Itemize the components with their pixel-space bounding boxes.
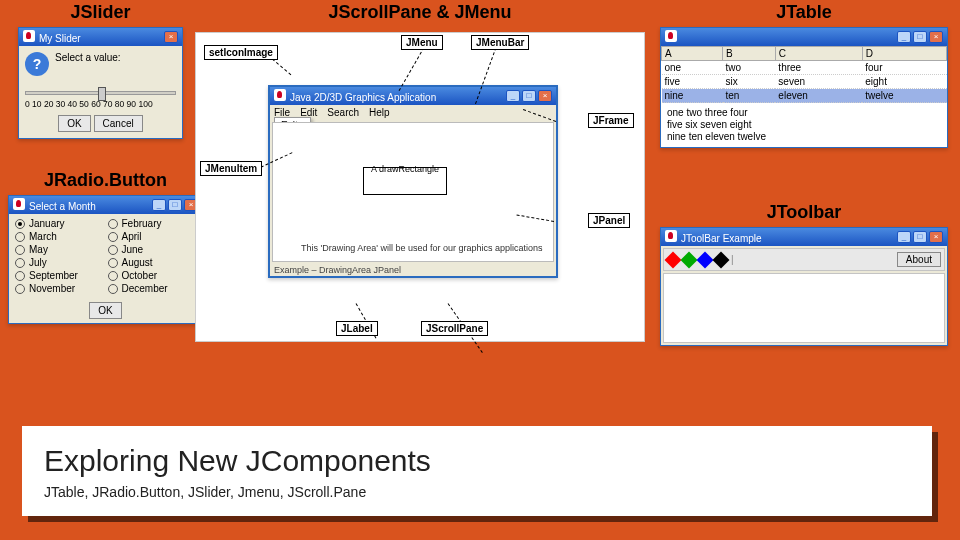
- jtoolbar-heading: JToolbar: [660, 202, 948, 223]
- toolbar-textarea[interactable]: [663, 273, 945, 343]
- radio-label: November: [29, 283, 75, 294]
- radio-october[interactable]: October: [108, 270, 197, 281]
- radio-may[interactable]: May: [15, 244, 104, 255]
- jscroll-heading: JScrollPane & JMenu: [195, 2, 645, 23]
- radio-dot-icon: [108, 232, 118, 242]
- toolbar-separator: |: [731, 254, 734, 265]
- close-icon[interactable]: ×: [929, 31, 943, 43]
- callout-jmenu: JMenu: [401, 35, 443, 50]
- callout-jscrollpane: JScrollPane: [421, 321, 488, 336]
- radio-label: February: [122, 218, 162, 229]
- java-icon: [665, 30, 677, 42]
- column-header[interactable]: B: [723, 47, 776, 61]
- table-cell: five: [662, 75, 723, 89]
- radio-label: May: [29, 244, 48, 255]
- jradio-titlebar: Select a Month _ □ ×: [9, 196, 202, 214]
- java2d-window: Java 2D/3D Graphics Application _ □ × Fi…: [268, 85, 558, 278]
- minimize-icon[interactable]: _: [897, 31, 911, 43]
- radio-label: August: [122, 257, 153, 268]
- table-cell: three: [775, 61, 862, 75]
- radio-label: March: [29, 231, 57, 242]
- radio-february[interactable]: February: [108, 218, 197, 229]
- close-icon[interactable]: ×: [538, 90, 552, 102]
- diamond-red-icon[interactable]: [665, 251, 682, 268]
- jslider-titlebar: My Slider ×: [19, 28, 182, 46]
- table-cell: eight: [862, 75, 946, 89]
- radio-label: October: [122, 270, 158, 281]
- column-header[interactable]: C: [775, 47, 862, 61]
- radio-label: December: [122, 283, 168, 294]
- callout-jpanel: JPanel: [588, 213, 630, 228]
- callout-jmenuitem: JMenuItem: [200, 161, 262, 176]
- slide-subtitle: JTable, JRadio.Button, JSlider, Jmenu, J…: [44, 484, 910, 500]
- radio-dot-icon: [108, 258, 118, 268]
- cancel-button[interactable]: Cancel: [94, 115, 143, 132]
- radio-dot-icon: [108, 245, 118, 255]
- maximize-icon[interactable]: □: [913, 231, 927, 243]
- table-row[interactable]: onetwothreefour: [662, 61, 947, 75]
- java-icon: [665, 230, 677, 242]
- radio-label: April: [122, 231, 142, 242]
- ok-button[interactable]: OK: [58, 115, 90, 132]
- menu-search[interactable]: Search: [327, 107, 359, 118]
- maximize-icon[interactable]: □: [168, 199, 182, 211]
- minimize-icon[interactable]: _: [506, 90, 520, 102]
- diamond-black-icon[interactable]: [713, 251, 730, 268]
- about-button[interactable]: About: [897, 252, 941, 267]
- question-icon: ?: [25, 52, 49, 76]
- slider-track[interactable]: [25, 91, 176, 95]
- radio-dot-icon: [15, 271, 25, 281]
- radio-july[interactable]: July: [15, 257, 104, 268]
- radio-label: June: [122, 244, 144, 255]
- radio-june[interactable]: June: [108, 244, 197, 255]
- jtable-window: _ □ × ABCDonetwothreefourfivesixseveneig…: [660, 27, 948, 148]
- java-icon: [13, 198, 25, 210]
- table-row[interactable]: fivesixseveneight: [662, 75, 947, 89]
- radio-dot-icon: [15, 219, 25, 229]
- radio-november[interactable]: November: [15, 283, 104, 294]
- output-line: one two three four: [667, 107, 941, 119]
- jtoolbar-window: JToolBar Example _ □ × |About: [660, 227, 948, 346]
- radio-dot-icon: [108, 219, 118, 229]
- jslider-window: My Slider × ? Select a value: 0 10 20 30…: [18, 27, 183, 139]
- slide-footer-card: Exploring New JComponents JTable, JRadio…: [22, 426, 932, 516]
- table-cell: two: [723, 61, 776, 75]
- menubar[interactable]: File Edit Search Help: [270, 105, 556, 120]
- slider-thumb[interactable]: [98, 87, 106, 101]
- table-cell: four: [862, 61, 946, 75]
- jtoolbar-section: JToolbar JToolBar Example _ □ × |About: [660, 202, 948, 346]
- table-cell: one: [662, 61, 723, 75]
- radio-january[interactable]: January: [15, 218, 104, 229]
- output-line: five six seven eight: [667, 119, 941, 131]
- radio-august[interactable]: August: [108, 257, 197, 268]
- diamond-blue-icon[interactable]: [697, 251, 714, 268]
- menu-help[interactable]: Help: [369, 107, 390, 118]
- maximize-icon[interactable]: □: [522, 90, 536, 102]
- radio-march[interactable]: March: [15, 231, 104, 242]
- table-cell: six: [723, 75, 776, 89]
- maximize-icon[interactable]: □: [913, 31, 927, 43]
- data-table[interactable]: ABCDonetwothreefourfivesixseveneightnine…: [661, 46, 947, 103]
- drawing-caption: This 'Drawing Area' will be used for our…: [301, 243, 543, 253]
- slide-title: Exploring New JComponents: [44, 444, 910, 478]
- table-row[interactable]: nineteneleventwelve: [662, 89, 947, 103]
- column-header[interactable]: A: [662, 47, 723, 61]
- minimize-icon[interactable]: _: [152, 199, 166, 211]
- close-icon[interactable]: ×: [164, 31, 178, 43]
- jradio-section: JRadio.Button Select a Month _ □ × Janua…: [8, 170, 203, 324]
- radio-label: January: [29, 218, 65, 229]
- jtoolbar-titlebar: JToolBar Example _ □ ×: [661, 228, 947, 246]
- radio-dot-icon: [15, 284, 25, 294]
- radio-december[interactable]: December: [108, 283, 197, 294]
- diamond-green-icon[interactable]: [681, 251, 698, 268]
- minimize-icon[interactable]: _: [897, 231, 911, 243]
- radio-dot-icon: [108, 284, 118, 294]
- radio-april[interactable]: April: [108, 231, 197, 242]
- ok-button[interactable]: OK: [89, 302, 121, 319]
- close-icon[interactable]: ×: [929, 231, 943, 243]
- column-header[interactable]: D: [862, 47, 946, 61]
- radio-september[interactable]: September: [15, 270, 104, 281]
- jtable-heading: JTable: [660, 2, 948, 23]
- jtoolbar-window-title: JToolBar Example: [681, 233, 762, 244]
- java2d-titlebar: Java 2D/3D Graphics Application _ □ ×: [270, 87, 556, 105]
